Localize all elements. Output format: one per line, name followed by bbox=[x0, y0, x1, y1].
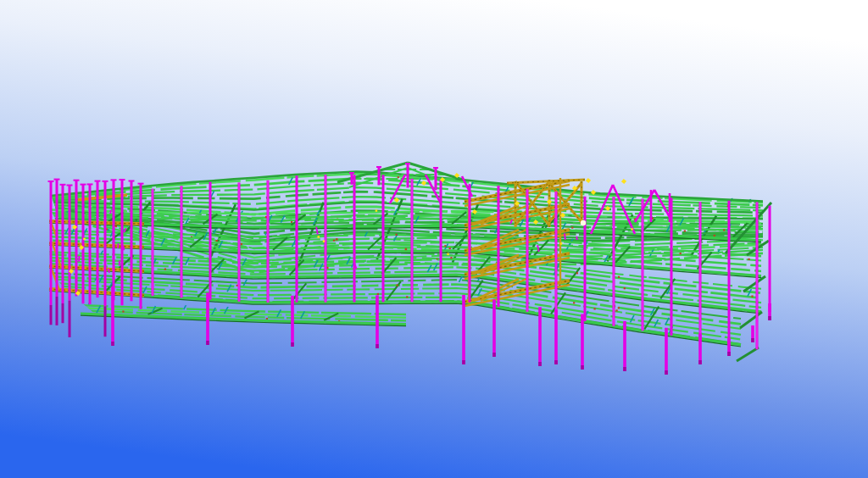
structural-model-canvas bbox=[0, 0, 868, 478]
cad-application-window bbox=[0, 0, 868, 478]
model-viewport[interactable] bbox=[0, 0, 868, 478]
